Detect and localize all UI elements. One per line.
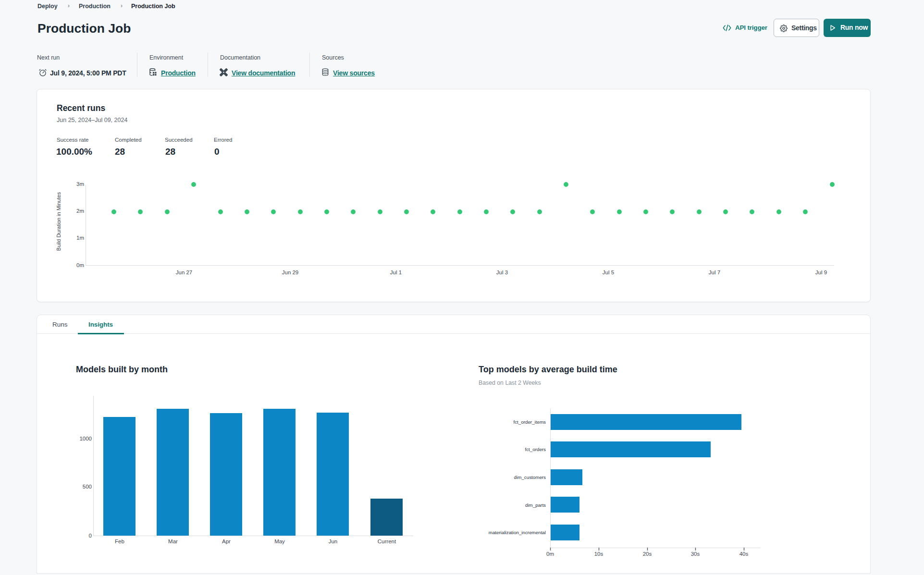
svg-text:0m: 0m <box>76 262 84 268</box>
svg-text:fct_order_items: fct_order_items <box>513 419 546 425</box>
svg-text:Jun 27: Jun 27 <box>176 269 193 275</box>
svg-text:0m: 0m <box>546 551 554 557</box>
svg-text:30s: 30s <box>691 551 700 557</box>
svg-text:Jun 29: Jun 29 <box>282 269 299 275</box>
svg-text:1m: 1m <box>76 235 84 241</box>
svg-text:Jul 1: Jul 1 <box>390 269 402 275</box>
svg-text:May: May <box>274 538 285 544</box>
svg-text:2m: 2m <box>76 208 84 214</box>
svg-text:dim_customers: dim_customers <box>514 475 546 480</box>
svg-text:Jul 7: Jul 7 <box>709 269 720 275</box>
svg-text:materialization_incremental: materialization_incremental <box>489 530 546 535</box>
svg-text:20s: 20s <box>643 551 652 557</box>
svg-text:Feb: Feb <box>115 538 124 544</box>
svg-text:3m: 3m <box>76 181 84 187</box>
svg-text:dim_parts: dim_parts <box>525 502 546 508</box>
svg-text:Jul 5: Jul 5 <box>603 269 614 275</box>
svg-text:0: 0 <box>89 533 92 538</box>
svg-text:1000: 1000 <box>79 436 92 441</box>
svg-text:Build Duration in Minutes: Build Duration in Minutes <box>56 192 62 251</box>
svg-text:Jul 9: Jul 9 <box>815 269 827 275</box>
svg-text:Jul 3: Jul 3 <box>496 269 508 275</box>
svg-text:Jun: Jun <box>329 538 338 544</box>
svg-text:40s: 40s <box>739 551 749 557</box>
svg-text:Apr: Apr <box>222 538 231 544</box>
svg-text:Mar: Mar <box>168 538 178 544</box>
svg-text:10s: 10s <box>594 551 604 557</box>
svg-text:500: 500 <box>83 484 92 489</box>
svg-text:fct_orders: fct_orders <box>525 447 546 452</box>
svg-text:Current: Current <box>378 538 396 544</box>
